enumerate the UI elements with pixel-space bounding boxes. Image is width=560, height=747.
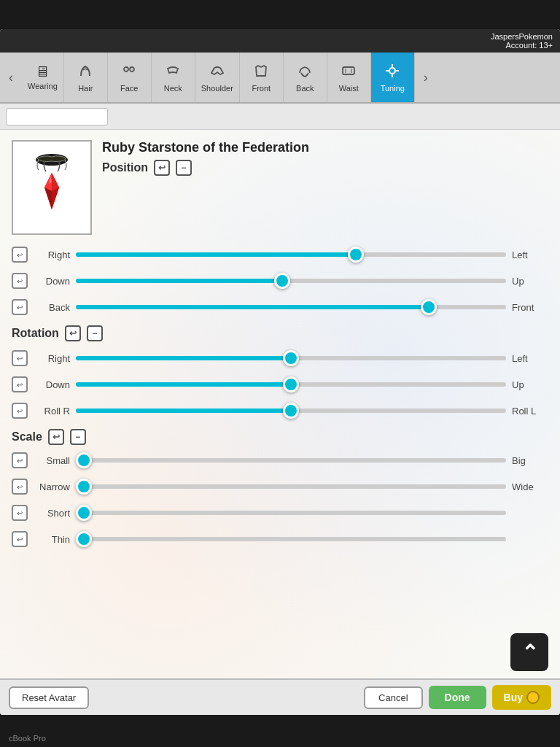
front-icon	[253, 63, 269, 81]
bottom-bar: Reset Avatar Cancel Done Buy	[0, 678, 560, 715]
slider-reset-thin[interactable]: ↩	[12, 531, 28, 547]
slider-label-right: Right	[34, 249, 70, 260]
tab-neck-label: Neck	[164, 84, 182, 93]
slider-thin[interactable]	[76, 532, 506, 546]
face-icon	[121, 63, 137, 81]
tab-scroll-left[interactable]: ‹	[0, 53, 22, 102]
slider-narrow[interactable]	[76, 479, 506, 494]
tab-front[interactable]: Front	[240, 53, 284, 102]
slider-row-back: ↩ Back Front	[12, 299, 548, 315]
slider-reset-rot-down[interactable]: ↩	[12, 376, 28, 392]
slider-small[interactable]	[76, 453, 506, 468]
slider-label-rot-right: Right	[34, 353, 70, 364]
scale-header: Scale ↩ −	[12, 429, 548, 445]
scale-reset-btn[interactable]: ↩	[48, 429, 64, 445]
slider-reset-right[interactable]: ↩	[12, 247, 28, 263]
slider-row-thin: ↩ Thin	[12, 531, 548, 547]
tab-shoulder-label: Shoulder	[201, 84, 233, 93]
tab-bar: ‹ 🖥 Wearing Hair Face Neck	[0, 53, 560, 104]
username: JaspersPokemon	[491, 32, 553, 41]
mac-label: cBook Pro	[9, 734, 46, 743]
slider-reset-down[interactable]: ↩	[12, 273, 28, 289]
slider-row-short: ↩ Short	[12, 505, 548, 521]
rotation-label: Rotation	[12, 327, 59, 340]
slider-label-down: Down	[34, 276, 70, 287]
tab-face-label: Face	[120, 84, 138, 93]
slider-back[interactable]	[76, 300, 506, 314]
tab-back[interactable]: Back	[284, 53, 327, 102]
scroll-top-button[interactable]	[510, 633, 548, 671]
slider-end-narrow: Wide	[512, 481, 548, 492]
reset-avatar-button[interactable]: Reset Avatar	[9, 686, 89, 709]
slider-short[interactable]	[76, 506, 506, 520]
buy-label: Buy	[504, 692, 523, 703]
slider-end-back: Front	[512, 302, 548, 313]
filter-bar	[0, 104, 560, 130]
slider-reset-small[interactable]: ↩	[12, 452, 28, 468]
slider-row-small: ↩ Small Big	[12, 452, 548, 468]
scale-collapse-btn[interactable]: −	[70, 429, 86, 445]
slider-reset-rot-roll[interactable]: ↩	[12, 403, 28, 419]
slider-rot-down[interactable]	[76, 377, 506, 392]
filter-input[interactable]	[6, 108, 108, 125]
slider-row-rot-right: ↩ Right Left	[12, 350, 548, 366]
slider-rot-roll[interactable]	[76, 403, 506, 418]
tab-neck[interactable]: Neck	[152, 53, 195, 102]
tab-scroll-right[interactable]: ›	[415, 53, 437, 102]
rotation-section: Rotation ↩ − ↩ Right Left ↩ Down	[12, 325, 548, 419]
svg-point-0	[124, 67, 128, 71]
item-thumbnail	[12, 140, 92, 235]
slider-label-small: Small	[34, 455, 70, 466]
tab-hair[interactable]: Hair	[64, 53, 108, 102]
svg-point-1	[130, 67, 134, 71]
slider-row-rot-roll: ↩ Roll R Roll L	[12, 403, 548, 419]
buy-button[interactable]: Buy	[492, 685, 551, 710]
position-collapse-btn[interactable]: −	[176, 160, 192, 176]
done-button[interactable]: Done	[429, 686, 486, 709]
neck-icon	[165, 63, 181, 81]
scale-label: Scale	[12, 430, 42, 444]
slider-label-short: Short	[34, 508, 70, 519]
slider-label-rot-down: Down	[34, 379, 70, 390]
wearing-icon: 🖥	[35, 64, 50, 79]
slider-reset-rot-right[interactable]: ↩	[12, 350, 28, 366]
slider-rot-right[interactable]	[76, 351, 506, 365]
rotation-collapse-btn[interactable]: −	[87, 325, 103, 341]
tab-tuning-label: Tuning	[381, 84, 405, 93]
slider-end-rot-right: Left	[512, 353, 548, 364]
item-info: Ruby Starstone of the Federation Positio…	[102, 140, 309, 185]
back-icon	[297, 63, 313, 81]
cancel-button[interactable]: Cancel	[364, 686, 422, 709]
slider-down[interactable]	[76, 274, 506, 288]
position-label: Position	[102, 161, 148, 174]
slider-reset-back[interactable]: ↩	[12, 299, 28, 315]
slider-label-thin: Thin	[34, 534, 70, 545]
tab-shoulder[interactable]: Shoulder	[195, 53, 240, 102]
tab-wearing-label: Wearing	[28, 82, 58, 90]
tab-waist[interactable]: Waist	[327, 53, 371, 102]
position-sliders: ↩ Right Left ↩ Down	[12, 247, 548, 315]
position-reset-btn[interactable]: ↩	[154, 160, 170, 176]
slider-end-rot-down: Up	[512, 379, 548, 390]
slider-right[interactable]	[76, 247, 506, 262]
slider-reset-narrow[interactable]: ↩	[12, 479, 28, 495]
tuning-icon	[384, 63, 400, 81]
slider-row-narrow: ↩ Narrow Wide	[12, 479, 548, 495]
rotation-reset-btn[interactable]: ↩	[65, 325, 81, 341]
slider-label-back: Back	[34, 302, 70, 313]
tab-face[interactable]: Face	[108, 53, 152, 102]
coin-icon	[526, 691, 540, 704]
tab-tuning[interactable]: Tuning	[371, 53, 415, 102]
tab-waist-label: Waist	[339, 84, 359, 93]
tab-wearing[interactable]: 🖥 Wearing	[22, 53, 64, 102]
svg-point-5	[389, 68, 395, 74]
tab-front-label: Front	[252, 84, 271, 93]
item-header: Ruby Starstone of the Federation Positio…	[12, 140, 548, 235]
hair-icon	[77, 63, 93, 81]
slider-row-rot-down: ↩ Down Up	[12, 376, 548, 392]
waist-icon	[341, 63, 357, 81]
main-content: Ruby Starstone of the Federation Positio…	[0, 130, 560, 702]
slider-reset-short[interactable]: ↩	[12, 505, 28, 521]
item-title: Ruby Starstone of the Federation	[102, 140, 309, 155]
account-label: Account: 13+	[505, 41, 553, 50]
